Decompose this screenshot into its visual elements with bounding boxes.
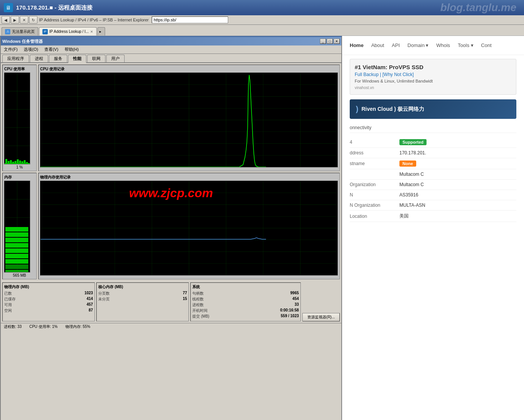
available-label: 可用 xyxy=(4,302,12,308)
nav-home[interactable]: Home xyxy=(350,41,363,50)
forward-button[interactable]: ▶ xyxy=(11,16,19,24)
info-row-paged: 分页数 77 xyxy=(98,291,187,296)
nav-whois[interactable]: Whois xyxy=(436,41,450,50)
ad-description: For Windows & Linux, Unlimited Bandwidt xyxy=(355,79,511,83)
back-button[interactable]: ◀ xyxy=(2,16,10,24)
tm-tab-users[interactable]: 用户 xyxy=(106,55,125,62)
svg-rect-41 xyxy=(5,264,28,269)
data-value-address: 170.178.201. xyxy=(399,150,426,156)
tab-error[interactable]: ⚠ 无法显示此页 xyxy=(2,27,38,36)
ad-domain: vinahost.vn xyxy=(355,86,511,90)
tab-close-icon[interactable]: ✕ xyxy=(90,30,93,34)
tm-statusbar: 进程数: 33 CPU 使用率: 1% 物理内存: 55% xyxy=(1,323,341,330)
tm-controls: _ □ ✕ xyxy=(320,39,340,44)
svg-rect-37 xyxy=(5,243,28,248)
tm-tab-performance[interactable]: 性能 xyxy=(68,55,86,63)
data-key-ipv4: 4 xyxy=(350,139,399,145)
data-value-isp: Multacom C xyxy=(399,172,424,177)
svg-rect-13 xyxy=(24,160,26,164)
title-bar-text: 170.178.201.■ - 远程桌面连接 xyxy=(16,4,92,11)
tm-tab-apps[interactable]: 应用程序 xyxy=(2,55,29,62)
riven-banner[interactable]: ) Riven Cloud ) 极云网络力 xyxy=(350,99,516,119)
svg-rect-14 xyxy=(26,162,28,164)
nav-about[interactable]: About xyxy=(371,41,384,50)
handles-label: 句柄数 xyxy=(192,291,204,296)
data-row-asn: N AS35916 xyxy=(350,190,516,200)
ad-subtitle[interactable]: Full Backup | [Why Not Click] xyxy=(355,72,511,77)
total-value: 1023 xyxy=(84,291,93,296)
resource-btn-panel: 资源监视器(R)... xyxy=(302,282,340,321)
tab-active[interactable]: IP IP Address Lookup / I... ✕ xyxy=(39,27,97,36)
svg-rect-11 xyxy=(19,161,21,164)
tm-tab-network[interactable]: 联网 xyxy=(87,55,105,62)
tab-active-label: IP Address Lookup / I... xyxy=(49,29,89,34)
refresh-button[interactable]: ↻ xyxy=(29,16,37,24)
svg-rect-12 xyxy=(21,161,23,164)
restore-button[interactable]: □ xyxy=(327,39,333,44)
svg-rect-36 xyxy=(5,238,28,242)
svg-rect-7 xyxy=(10,160,12,164)
tab-favicon-error: ⚠ xyxy=(5,29,10,34)
tm-tab-services[interactable]: 服务 xyxy=(49,55,67,62)
info-row-free: 空闲 87 xyxy=(4,308,93,313)
svg-rect-35 xyxy=(5,232,28,237)
data-key-asn-org: N Organization xyxy=(350,203,399,208)
svg-rect-5 xyxy=(5,159,7,164)
browser-address-bar: ◀ ▶ ✕ ↻ IP Address Lookup / IPv4 / IPv6 … xyxy=(0,15,524,25)
free-value: 87 xyxy=(89,308,93,313)
data-section: 4 Supported ddress 170.178.201. stname N… xyxy=(350,137,516,222)
info-row-cached: 已缓存 414 xyxy=(4,297,93,302)
tm-tab-processes[interactable]: 进程 xyxy=(30,55,48,62)
svg-rect-39 xyxy=(5,254,28,258)
tm-menu-file[interactable]: 文件(F) xyxy=(2,46,19,53)
riven-text: Riven Cloud ) 极云网络力 xyxy=(362,106,424,113)
info-row-total: 已数 1023 xyxy=(4,291,93,296)
tab-new[interactable]: ▸ xyxy=(97,27,105,36)
tm-bottom: 物理内存 (MB) 已数 1023 已缓存 414 可用 457 空闲 xyxy=(1,281,341,323)
task-manager-window: Windows 任务管理器 _ □ ✕ 文件(F) 选项(O) 查看(V) 帮助… xyxy=(0,36,342,420)
tm-menu-help[interactable]: 帮助(H) xyxy=(63,46,80,53)
stop-button[interactable]: ✕ xyxy=(20,16,28,24)
svg-rect-9 xyxy=(15,161,16,164)
svg-rect-40 xyxy=(5,259,28,264)
physical-memory-title: 物理内存 (MB) xyxy=(4,284,93,290)
data-row-org: Organization Multacom C xyxy=(350,180,516,190)
tm-title: Windows 任务管理器 xyxy=(2,39,43,44)
info-row-commit: 提交 (MB) 559 / 1023 xyxy=(192,314,299,319)
nav-tools[interactable]: Tools ▾ xyxy=(458,42,474,48)
svg-rect-34 xyxy=(5,227,28,232)
ad-title: #1 VietNam: ProVPS SSD xyxy=(355,64,511,70)
browser-chrome: ◀ ▶ ✕ ↻ IP Address Lookup / IPv4 / IPv6 … xyxy=(0,15,524,36)
cpu-history-panel: CPU 使用记录 xyxy=(38,65,340,171)
commit-label: 提交 (MB) xyxy=(192,314,209,319)
mem-history-label: 物理内存使用记录 xyxy=(40,175,338,180)
nav-domain[interactable]: Domain ▾ xyxy=(407,42,428,48)
tab-favicon-active: IP xyxy=(42,29,48,34)
data-key-hostname: stname xyxy=(350,161,399,166)
resource-monitor-button[interactable]: 资源监视器(R)... xyxy=(302,313,340,321)
paged-value: 77 xyxy=(183,291,187,296)
url-input[interactable] xyxy=(152,16,228,23)
nav-cont[interactable]: Cont xyxy=(481,41,492,50)
uptime-label: 开机时间 xyxy=(192,308,208,313)
riven-paren: ) xyxy=(356,105,359,114)
data-key-address: ddress xyxy=(350,150,399,156)
data-key-asn: N xyxy=(350,192,399,198)
processes-value: 33 xyxy=(295,302,299,308)
minimize-button[interactable]: _ xyxy=(320,39,326,44)
nav-api[interactable]: API xyxy=(392,41,400,50)
address-bar-label: IP Address Lookup / IPv4 / IPv6 – IP.SB … xyxy=(39,18,149,22)
connectivity-label: onnectivity xyxy=(350,123,516,133)
site-content: #1 VietNam: ProVPS SSD Full Backup | [Wh… xyxy=(342,55,524,226)
memory-row: 内存 xyxy=(2,173,340,279)
close-button[interactable]: ✕ xyxy=(334,39,340,44)
uptime-value: 0:00:16:58 xyxy=(280,308,299,313)
data-row-location: Location 美国 xyxy=(350,211,516,222)
site-header: Home About API Domain ▾ Whois Tools ▾ Co… xyxy=(342,36,524,55)
nonpaged-value: 15 xyxy=(183,297,187,302)
cached-label: 已缓存 xyxy=(4,297,16,302)
tm-menu-view[interactable]: 查看(V) xyxy=(43,46,60,53)
tm-menu-options[interactable]: 选项(O) xyxy=(22,46,40,53)
cpu-percent: 1 % xyxy=(4,165,35,169)
tm-performance-area: www.zjcp.com CPU 使用率 xyxy=(1,63,341,323)
